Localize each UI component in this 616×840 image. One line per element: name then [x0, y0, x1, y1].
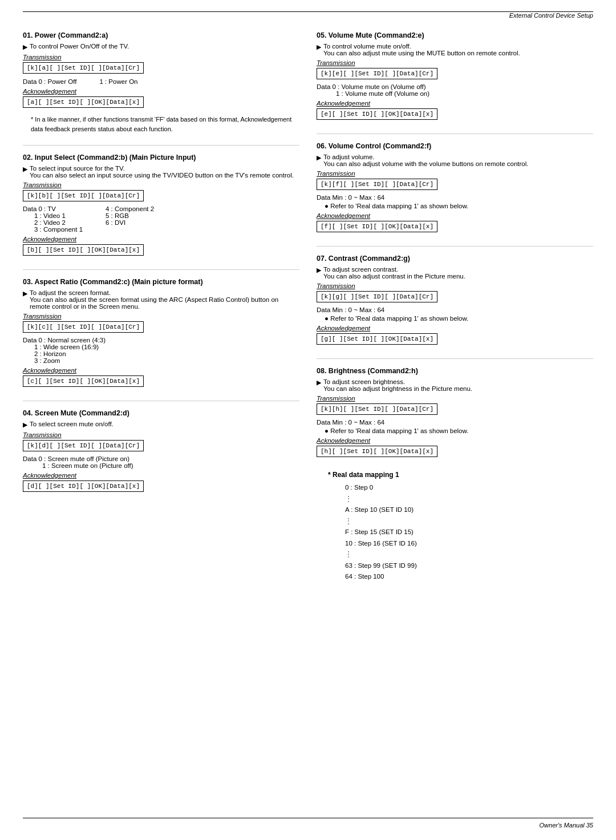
section-05-title: 05. Volume Mute (Command2:e) — [317, 31, 593, 39]
data-table-08: Data Min : 0 ~ Max : 64 — [317, 419, 593, 426]
real-data-rows: 0 : Step 0 ⋮ A : Step 10 (SET ID 10) ⋮ F… — [328, 482, 593, 583]
transmission-code-06: [k][f][ ][Set ID][ ][Data][Cr] — [317, 179, 437, 190]
real-data-row-0: 0 : Step 0 — [345, 482, 593, 494]
section-08-desc: ▶ To adjust screen brightness. You can a… — [317, 378, 593, 392]
transmission-code-08: [k][h][ ][Set ID][ ][Data][Cr] — [317, 403, 437, 415]
section-04: 04. Screen Mute (Command2:d) ▶ To select… — [23, 409, 299, 494]
divider-05-06 — [317, 134, 593, 134]
arrow-icon-06: ▶ — [317, 154, 321, 161]
real-data-dots-2: ⋮ — [345, 516, 593, 527]
left-column: 01. Power (Command2:a) ▶ To control Powe… — [23, 31, 299, 583]
transmission-label-05: Transmission — [317, 59, 593, 66]
data-table-03: Data 0 : Normal screen (4:3) 1 : Wide sc… — [23, 337, 299, 364]
section-02: 02. Input Select (Command2:b) (Main Pict… — [23, 154, 299, 258]
arrow-icon: ▶ — [23, 43, 27, 51]
transmission-label-02: Transmission — [23, 181, 299, 188]
acknowledgement-code-05: [e][ ][Set ID][ ][OK][Data][x] — [317, 108, 437, 120]
acknowledgement-code-04: [d][ ][Set ID][ ][OK][Data][x] — [23, 480, 144, 492]
section-01-desc: ▶ To control Power On/Off of the TV. — [23, 43, 299, 51]
transmission-label-07: Transmission — [317, 282, 593, 289]
section-03: 03. Aspect Ratio (Command2:c) (Main pict… — [23, 278, 299, 389]
arrow-icon-03: ▶ — [23, 290, 27, 297]
acknowledgement-code-02: [b][ ][Set ID][ ][OK][Data][x] — [23, 244, 144, 256]
acknowledgement-code-03: [c][ ][Set ID][ ][OK][Data][x] — [23, 375, 144, 387]
acknowledgement-code-07: [g][ ][Set ID][ ][OK][Data][x] — [317, 333, 437, 345]
section-02-title: 02. Input Select (Command2:b) (Main Pict… — [23, 154, 299, 161]
real-data-row-10: 10 : Step 16 (SET ID 16) — [345, 538, 593, 550]
section-07: 07. Contrast (Command2:g) ▶ To adjust sc… — [317, 255, 593, 347]
transmission-label-01: Transmission — [23, 54, 299, 60]
transmission-code-02: [k][b][ ][Set ID][ ][Data][Cr] — [23, 190, 144, 201]
section-06-title: 06. Volume Control (Command2:f) — [317, 142, 593, 150]
divider-01-02 — [23, 145, 299, 146]
note-01: * In a like manner, if other functions t… — [23, 115, 299, 134]
section-06-desc: ▶ To adjust volume. You can also adjust … — [317, 154, 593, 167]
transmission-label-06: Transmission — [317, 170, 593, 177]
divider-03-04 — [23, 401, 299, 401]
divider-06-07 — [317, 246, 593, 247]
section-02-desc: ▶ To select input source for the TV. You… — [23, 165, 299, 179]
bullet-note-07: ● Refer to 'Real data mapping 1' as show… — [325, 315, 593, 322]
transmission-code-01: [k][a][ ][Set ID][ ][Data][Cr] — [23, 62, 144, 74]
section-01: 01. Power (Command2:a) ▶ To control Powe… — [23, 31, 299, 134]
section-03-title: 03. Aspect Ratio (Command2:c) (Main pict… — [23, 278, 299, 286]
acknowledgement-label-02: Acknowledgement — [23, 236, 299, 243]
transmission-label-08: Transmission — [317, 395, 593, 402]
acknowledgement-code-06: [f][ ][Set ID][ ][OK][Data][x] — [317, 221, 437, 232]
real-data-dots-1: ⋮ — [345, 494, 593, 505]
footer-text: Owner's Manual 35 — [540, 822, 593, 829]
real-data-row-64: 64 : Step 100 — [345, 571, 593, 583]
right-column: 05. Volume Mute (Command2:e) ▶ To contro… — [317, 31, 593, 583]
real-data-row-f: F : Step 15 (SET ID 15) — [345, 527, 593, 538]
section-08: 08. Brightness (Command2:h) ▶ To adjust … — [317, 367, 593, 459]
bullet-note-06: ● Refer to 'Real data mapping 1' as show… — [325, 203, 593, 209]
transmission-code-07: [k][g][ ][Set ID][ ][Data][Cr] — [317, 291, 437, 302]
real-data-mapping: * Real data mapping 1 0 : Step 0 ⋮ A : S… — [317, 471, 593, 583]
section-06: 06. Volume Control (Command2:f) ▶ To adj… — [317, 142, 593, 235]
transmission-code-03: [k][c][ ][Set ID][ ][Data][Cr] — [23, 321, 144, 333]
acknowledgement-label-04: Acknowledgement — [23, 472, 299, 479]
data-table-07: Data Min : 0 ~ Max : 64 — [317, 306, 593, 313]
data-table-04: Data 0 : Screen mute off (Picture on) 1 … — [23, 455, 299, 469]
arrow-icon-02: ▶ — [23, 165, 27, 173]
divider-07-08 — [317, 358, 593, 359]
transmission-label-03: Transmission — [23, 313, 299, 320]
transmission-code-05: [k][e][ ][Set ID][ ][Data][Cr] — [317, 68, 437, 79]
acknowledgement-label-03: Acknowledgement — [23, 367, 299, 374]
data-table-02: Data 0 : TV 1 : Video 1 2 : Video 2 3 : … — [23, 205, 299, 233]
page: External Control Device Setup 01. Power … — [0, 0, 616, 840]
transmission-code-04: [k][d][ ][Set ID][ ][Data][Cr] — [23, 440, 144, 451]
acknowledgement-label-08: Acknowledgement — [317, 437, 593, 444]
acknowledgement-label-06: Acknowledgement — [317, 212, 593, 219]
arrow-icon-04: ▶ — [23, 421, 27, 429]
acknowledgement-label-07: Acknowledgement — [317, 325, 593, 332]
arrow-icon-07: ▶ — [317, 266, 321, 274]
header-title: External Control Device Setup — [509, 12, 593, 19]
section-07-title: 07. Contrast (Command2:g) — [317, 255, 593, 262]
section-01-title: 01. Power (Command2:a) — [23, 31, 299, 39]
data-table-01: Data 0 : Power Off 1 : Power On — [23, 78, 299, 85]
bullet-note-08: ● Refer to 'Real data mapping 1' as show… — [325, 427, 593, 434]
page-footer: Owner's Manual 35 — [23, 818, 593, 829]
section-08-title: 08. Brightness (Command2:h) — [317, 367, 593, 375]
acknowledgement-code-01: [a][ ][Set ID][ ][OK][Data][x] — [23, 96, 144, 108]
real-data-row-63: 63 : Step 99 (SET ID 99) — [345, 560, 593, 572]
transmission-label-04: Transmission — [23, 431, 299, 438]
acknowledgement-label-01: Acknowledgement — [23, 88, 299, 95]
acknowledgement-label-05: Acknowledgement — [317, 100, 593, 107]
section-04-title: 04. Screen Mute (Command2:d) — [23, 409, 299, 417]
real-data-dots-3: ⋮ — [345, 549, 593, 560]
section-07-desc: ▶ To adjust screen contrast. You can als… — [317, 266, 593, 280]
section-05: 05. Volume Mute (Command2:e) ▶ To contro… — [317, 31, 593, 122]
arrow-icon-08: ▶ — [317, 379, 321, 386]
divider-02-03 — [23, 269, 299, 270]
main-content: 01. Power (Command2:a) ▶ To control Powe… — [23, 31, 593, 583]
section-05-desc: ▶ To control volume mute on/off. You can… — [317, 43, 593, 56]
section-03-desc: ▶ To adjust the screen format. You can a… — [23, 289, 299, 310]
page-header: External Control Device Setup — [23, 11, 593, 22]
section-04-desc: ▶ To select screen mute on/off. — [23, 421, 299, 429]
data-table-06: Data Min : 0 ~ Max : 64 — [317, 194, 593, 201]
arrow-icon-05: ▶ — [317, 43, 321, 51]
real-data-row-a: A : Step 10 (SET ID 10) — [345, 504, 593, 516]
acknowledgement-code-08: [h][ ][Set ID][ ][OK][Data][x] — [317, 446, 437, 457]
